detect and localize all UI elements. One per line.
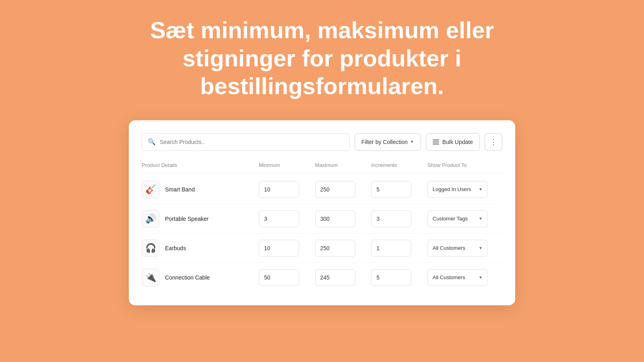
filter-label: Filter by Collection — [361, 139, 408, 145]
show-to-cell-0: Logged In Users ▼ — [427, 181, 502, 198]
increments-input-1[interactable] — [371, 210, 411, 227]
show-to-dropdown-1[interactable]: Customer Tags ▼ — [427, 210, 488, 227]
maximum-cell-2 — [315, 240, 372, 257]
hero-heading: Sæt minimum, maksimum eller stigninger f… — [150, 16, 494, 100]
col-show-to: Show Product To — [427, 162, 502, 168]
increments-cell-0 — [371, 181, 427, 198]
show-to-dropdown-2[interactable]: All Customers ▼ — [427, 240, 488, 257]
bulk-label: Bulk Update — [442, 139, 473, 145]
product-name-2: Earbuds — [165, 245, 186, 251]
col-increments: Increments — [371, 162, 427, 168]
show-to-dropdown-3[interactable]: All Customers ▼ — [427, 269, 488, 286]
product-name-1: Portable Speaker — [165, 216, 208, 222]
increments-input-3[interactable] — [371, 269, 411, 286]
bulk-update-button[interactable]: Bulk Update — [426, 133, 480, 151]
maximum-input-1[interactable] — [315, 210, 355, 227]
product-thumb-0: 🎸 — [142, 181, 159, 198]
minimum-input-2[interactable] — [259, 240, 299, 257]
increments-cell-1 — [371, 210, 427, 227]
product-cell-3: 🔌 Connection Cable — [142, 269, 259, 286]
bulk-update-icon — [433, 140, 439, 144]
product-name-0: Smart Band — [165, 186, 195, 193]
maximum-input-3[interactable] — [315, 269, 355, 286]
product-cell-0: 🎸 Smart Band — [142, 181, 259, 198]
product-card: 🔍 Filter by Collection ▼ Bulk Update ⋮ P… — [129, 120, 515, 305]
col-maximum: Maximum — [315, 162, 372, 168]
increments-cell-3 — [371, 269, 427, 286]
minimum-cell-0 — [259, 181, 315, 198]
table-header: Product Details Minimum Maximum Incremen… — [142, 162, 502, 173]
maximum-cell-0 — [315, 181, 372, 198]
show-to-chevron-0: ▼ — [479, 187, 483, 191]
search-wrapper: 🔍 — [142, 133, 350, 151]
show-to-dropdown-0[interactable]: Logged In Users ▼ — [427, 181, 488, 198]
product-thumb-3: 🔌 — [142, 269, 159, 286]
minimum-input-3[interactable] — [259, 269, 299, 286]
hero-line-3: bestillingsformularen. — [200, 73, 444, 99]
show-to-cell-1: Customer Tags ▼ — [427, 210, 502, 227]
hero-line-2: stigninger for produkter i — [183, 45, 462, 71]
product-thumb-1: 🔊 — [142, 210, 159, 228]
filter-by-collection-button[interactable]: Filter by Collection ▼ — [355, 133, 421, 151]
show-to-label-3: All Customers — [433, 274, 465, 280]
table-row: 🎸 Smart Band Logged In Users ▼ — [142, 175, 502, 204]
maximum-cell-3 — [315, 269, 372, 286]
minimum-cell-1 — [259, 210, 315, 227]
minimum-input-1[interactable] — [259, 210, 299, 227]
show-to-label-0: Logged In Users — [433, 186, 471, 192]
product-cell-1: 🔊 Portable Speaker — [142, 210, 259, 228]
increments-input-0[interactable] — [371, 181, 411, 198]
maximum-input-0[interactable] — [315, 181, 355, 198]
more-icon: ⋮ — [490, 138, 497, 146]
show-to-chevron-2: ▼ — [479, 246, 483, 250]
product-name-3: Connection Cable — [165, 274, 210, 281]
more-options-button[interactable]: ⋮ — [485, 133, 502, 151]
col-product-details: Product Details — [142, 162, 259, 168]
toolbar: 🔍 Filter by Collection ▼ Bulk Update ⋮ — [142, 133, 502, 151]
table-row: 🔊 Portable Speaker Customer Tags ▼ — [142, 204, 502, 234]
hero-line-1: Sæt minimum, maksimum eller — [150, 17, 494, 43]
minimum-cell-2 — [259, 240, 315, 257]
search-icon: 🔍 — [148, 138, 156, 146]
search-input[interactable] — [160, 139, 344, 145]
show-to-chevron-1: ▼ — [479, 216, 483, 221]
maximum-cell-1 — [315, 210, 372, 227]
minimum-cell-3 — [259, 269, 315, 286]
maximum-input-2[interactable] — [315, 240, 355, 257]
product-cell-2: 🎧 Earbuds — [142, 239, 259, 257]
show-to-label-1: Customer Tags — [433, 216, 468, 222]
increments-input-2[interactable] — [371, 240, 411, 257]
increments-cell-2 — [371, 240, 427, 257]
show-to-chevron-3: ▼ — [479, 275, 483, 280]
product-thumb-2: 🎧 — [142, 239, 159, 257]
minimum-input-0[interactable] — [259, 181, 299, 198]
show-to-label-2: All Customers — [433, 245, 465, 251]
table-row: 🔌 Connection Cable All Customers ▼ — [142, 263, 502, 292]
filter-chevron-icon: ▼ — [410, 140, 414, 144]
col-minimum: Minimum — [259, 162, 315, 168]
table-row: 🎧 Earbuds All Customers ▼ — [142, 234, 502, 263]
show-to-cell-3: All Customers ▼ — [427, 269, 502, 286]
show-to-cell-2: All Customers ▼ — [427, 240, 502, 257]
table-body: 🎸 Smart Band Logged In Users ▼ 🔊 Portabl… — [142, 175, 502, 292]
